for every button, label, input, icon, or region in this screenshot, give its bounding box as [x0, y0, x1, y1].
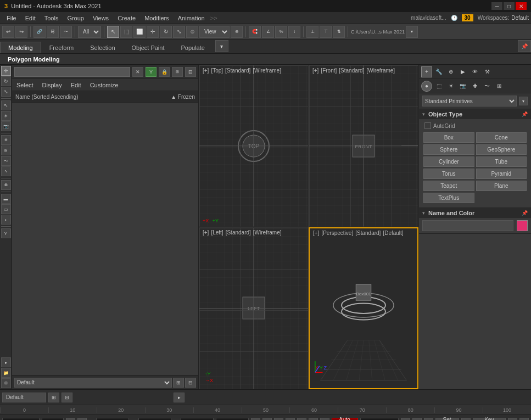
viewport-left-shading[interactable]: [Standard]	[225, 229, 252, 236]
tab-object-paint[interactable]: Object Paint	[124, 42, 173, 53]
selected-dropdown[interactable]: ▾	[401, 418, 410, 421]
scene-search-input[interactable]	[14, 67, 130, 77]
scene-menu-select[interactable]: Select	[12, 81, 38, 89]
name-color-pin-icon[interactable]: 📌	[522, 210, 528, 216]
viewport-front-shading[interactable]: [Standard]	[338, 68, 365, 74]
scene-filter-button[interactable]: Y	[146, 67, 156, 77]
notification-badge[interactable]: 30	[462, 14, 473, 21]
scene-content[interactable]	[12, 103, 198, 375]
layer-merge-btn[interactable]: ⊟	[62, 393, 72, 402]
menu-create[interactable]: Create	[113, 14, 140, 23]
more-options-btn[interactable]: ▸	[519, 418, 529, 421]
window-crossing-button[interactable]: ⬜	[133, 26, 146, 38]
scene-col-name[interactable]: Name (Sorted Ascending)	[15, 94, 151, 100]
panel-btn-1[interactable]: ▬	[1, 194, 11, 204]
menu-views[interactable]: Views	[88, 14, 113, 23]
systems-button[interactable]: ≋	[1, 145, 11, 155]
angle-snap-button[interactable]: ∠	[262, 26, 274, 38]
obj-btn-textplus[interactable]: TextPlus	[423, 193, 474, 203]
timeline-end-btn[interactable]: |▶	[309, 418, 318, 421]
x-field[interactable]	[96, 418, 129, 421]
pivot-button[interactable]: ⊕	[231, 26, 243, 38]
rotate-button[interactable]: ↻	[160, 26, 172, 38]
timeline-start-btn[interactable]: |◀	[251, 418, 260, 421]
crosshair-btn[interactable]: ⊕	[424, 418, 433, 421]
undo-button[interactable]: ↩	[2, 26, 14, 38]
percent-snap-button[interactable]: %	[275, 26, 287, 38]
viewport-left-label[interactable]: [Left]	[210, 229, 224, 236]
rp-spacewarp-icon[interactable]: 〜	[482, 81, 493, 92]
select-obj-button[interactable]: ↖	[1, 100, 11, 110]
camera-icon-btn[interactable]: 📷	[77, 418, 87, 421]
path-arrow[interactable]: ▾	[406, 26, 418, 38]
eye-button[interactable]: 👁	[1, 180, 11, 190]
panel-btn-3[interactable]: ▪	[1, 215, 11, 225]
rp-utilities-icon[interactable]: ⚒	[482, 66, 493, 77]
close-button[interactable]: ✕	[516, 2, 527, 10]
subtab-polygon-modeling[interactable]: Polygon Modeling	[3, 55, 64, 64]
key-options-btn[interactable]: ⊞	[461, 418, 471, 421]
name-input-field[interactable]	[422, 220, 513, 231]
timeline-play-btn[interactable]: ▶	[286, 418, 295, 421]
viewport-front[interactable]: [+] [Front] [Standard] [Wireframe]	[309, 65, 418, 227]
viewport-perspective[interactable]: [+] [Perspective] [Standard] [Default]	[309, 227, 418, 390]
rp-name-color-header[interactable]: ▾ Name and Color 📌	[419, 208, 531, 218]
obj-btn-tube[interactable]: Tube	[476, 156, 527, 167]
set-key-button[interactable]: Set Key	[435, 418, 459, 421]
obj-btn-cone[interactable]: Cone	[476, 132, 527, 143]
grid-view-btn[interactable]: ⊞	[1, 378, 11, 388]
viewport-top-shading[interactable]: [Standard]	[224, 68, 251, 74]
rp-hierarchy-icon[interactable]: ⊕	[445, 66, 456, 77]
key-filters-button[interactable]: Key Filters...	[473, 418, 506, 421]
minimize-button[interactable]: ─	[491, 2, 502, 10]
search-btn[interactable]: 🔍	[412, 418, 422, 421]
view-dropdown[interactable]: View	[199, 26, 230, 38]
viewport-top[interactable]: [+] [Top] [Standard] [Wireframe]	[199, 65, 309, 227]
select-button[interactable]: ↖	[107, 26, 119, 38]
color-swatch[interactable]	[517, 220, 528, 231]
viewport-persp-label[interactable]: [Perspective]	[320, 230, 354, 236]
maximize-button[interactable]: □	[504, 2, 515, 10]
maxscript-field[interactable]: MAXScript Mi	[2, 418, 40, 421]
viewport-persp-plus[interactable]: [+]	[312, 230, 320, 236]
rp-display-icon[interactable]: 👁	[469, 66, 480, 77]
time-ruler[interactable]: 0 10 20 30 40 50 60 70 80 90 100	[0, 405, 531, 415]
scale-tool-button[interactable]: ⤡	[1, 87, 11, 97]
tab-selection[interactable]: Selection	[82, 42, 123, 53]
layer-dropdown[interactable]: Default	[14, 378, 172, 388]
viewport-front-mode[interactable]: [Wireframe]	[365, 68, 396, 74]
obj-btn-torus[interactable]: Torus	[423, 169, 474, 179]
splines-button[interactable]: 〜	[1, 156, 11, 166]
spinner-snap-button[interactable]: ↕	[288, 26, 300, 38]
viewport-top-label[interactable]: [Top]	[210, 68, 224, 74]
viewport-persp-mode[interactable]: [Default]	[382, 230, 404, 236]
autogrid-checkbox[interactable]	[424, 122, 431, 129]
menu-group[interactable]: Group	[63, 14, 88, 23]
tab-options-button[interactable]: ▾	[215, 40, 228, 52]
rp-modify-icon[interactable]: 🔧	[433, 66, 444, 77]
redo-button[interactable]: ↪	[15, 26, 27, 38]
nurbs-button[interactable]: ∿	[1, 166, 11, 176]
y-field[interactable]	[138, 418, 171, 421]
select-move-button[interactable]: ✛	[147, 26, 159, 38]
viewport-persp-shading[interactable]: [Standard]	[354, 230, 382, 236]
timeline-key-btn[interactable]: ⊕	[320, 418, 329, 421]
obj-btn-teapot[interactable]: Teapot	[423, 181, 474, 191]
z-field[interactable]	[181, 418, 214, 421]
rp-geo-icon[interactable]: ●	[421, 81, 432, 92]
viewport-left-mode[interactable]: [Wireframe]	[252, 229, 283, 236]
viewport-front-plus[interactable]: [+]	[311, 68, 320, 74]
scene-hierachy-button[interactable]: ⊞	[172, 67, 183, 77]
filter-btn[interactable]: Y	[1, 228, 11, 238]
mirror-button[interactable]: ⇅	[333, 26, 345, 38]
ik-goal-button[interactable]: ⊤	[320, 26, 332, 38]
reference-coord-button[interactable]: ◎	[186, 26, 198, 38]
viewport-left-plus[interactable]: [+]	[202, 229, 210, 236]
tab-populate[interactable]: Populate	[172, 42, 213, 53]
tab-freeform[interactable]: Freeform	[41, 42, 82, 53]
scene-menu-edit[interactable]: Edit	[66, 81, 86, 89]
viewport-top-mode[interactable]: [Wireframe]	[251, 68, 282, 74]
snap-toggle-button[interactable]: 🧲	[249, 26, 261, 38]
light-button[interactable]: ☀	[1, 111, 11, 121]
rp-motion-icon[interactable]: ▶	[457, 66, 468, 77]
